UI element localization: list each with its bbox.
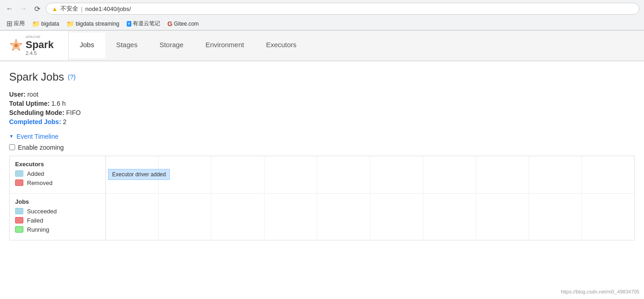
bookmark-youdao-label: 有道云笔记 xyxy=(133,20,160,27)
bookmark-youdao[interactable]: Y 有道云笔记 xyxy=(124,19,163,28)
toggle-arrow-icon: ▼ xyxy=(9,134,14,139)
jobs-legend: Jobs Succeeded Failed Running xyxy=(10,194,106,240)
legend-removed: Removed xyxy=(15,179,100,186)
added-color-box xyxy=(15,170,23,177)
browser-chrome: ← → ⟳ ▲ 不安全 | node1:4040/jobs/ ⊞ 应用 📁 bi… xyxy=(0,0,644,31)
address-bar-container: ← → ⟳ ▲ 不安全 | node1:4040/jobs/ xyxy=(0,0,644,17)
col-8 xyxy=(476,156,529,193)
bookmark-bigdata-label: bigdata xyxy=(41,21,59,27)
bookmarks-bar: ⊞ 应用 📁 bigdata 📁 bigdata streaming Y 有道云… xyxy=(0,17,644,30)
apps-grid-icon: ⊞ xyxy=(6,19,12,28)
jobs-grid xyxy=(106,194,634,239)
youdao-icon: Y xyxy=(127,21,131,27)
spark-content: Spark Jobs (?) User: root Total Uptime: … xyxy=(0,61,644,250)
scheduling-label: Scheduling Mode: xyxy=(9,109,65,116)
jobs-legend-title: Jobs xyxy=(15,198,100,205)
col-6 xyxy=(370,194,423,239)
col-7 xyxy=(423,194,476,239)
bookmark-gitee-label: Gitee.com xyxy=(174,21,199,27)
tab-executors[interactable]: Executors xyxy=(255,33,308,58)
event-timeline-label: Event Timeline xyxy=(16,133,59,140)
watermark: https://blog.csdn.net/m0_49834705 xyxy=(561,289,639,294)
event-timeline-toggle[interactable]: ▼ Event Timeline xyxy=(9,133,635,140)
address-separator: | xyxy=(81,5,82,12)
tab-stages[interactable]: Stages xyxy=(105,33,149,58)
user-row: User: root xyxy=(9,91,635,98)
col-5 xyxy=(317,194,370,239)
legend-succeeded: Succeeded xyxy=(15,208,100,215)
col-4 xyxy=(265,156,318,193)
scheduling-value-text: FIFO xyxy=(66,109,81,116)
succeeded-color-box xyxy=(15,208,23,214)
page-title: Spark Jobs (?) xyxy=(9,71,635,83)
tab-jobs[interactable]: Jobs xyxy=(69,33,105,58)
removed-color-box xyxy=(15,179,23,186)
col-10 xyxy=(582,156,634,193)
col-5 xyxy=(317,156,370,193)
page-title-text: Spark Jobs xyxy=(9,71,64,83)
running-color-box xyxy=(15,226,23,233)
executor-driver-added-event: Executor driver added xyxy=(108,169,170,180)
scheduling-row: Scheduling Mode: FIFO xyxy=(9,109,635,116)
info-table: User: root Total Uptime: 1.6 h Schedulin… xyxy=(9,91,635,125)
running-label: Running xyxy=(27,226,49,233)
address-bar[interactable]: ▲ 不安全 | node1:4040/jobs/ xyxy=(46,3,639,15)
col-7 xyxy=(423,156,476,193)
removed-label: Removed xyxy=(27,179,53,186)
legend-added: Added xyxy=(15,170,100,177)
succeeded-label: Succeeded xyxy=(27,208,57,215)
bookmark-bigdata-streaming[interactable]: 📁 bigdata streaming xyxy=(64,19,122,28)
back-button[interactable]: ← xyxy=(5,4,15,14)
executors-grid xyxy=(106,156,634,193)
spark-logo: ✭ APACHE Spark 2.4.5 xyxy=(0,31,69,60)
uptime-label: Total Uptime: xyxy=(9,100,49,107)
col-3 xyxy=(211,194,265,239)
completed-link[interactable]: Completed Jobs: xyxy=(9,118,61,125)
forward-button[interactable]: → xyxy=(18,4,28,14)
uptime-value-text: 1.6 h xyxy=(51,100,65,107)
timeline-container: Executors Added Removed xyxy=(9,156,635,240)
col-4 xyxy=(265,194,318,239)
help-link[interactable]: (?) xyxy=(68,73,76,81)
tab-environment[interactable]: Environment xyxy=(195,33,255,58)
folder-icon: 📁 xyxy=(66,20,74,27)
tab-storage[interactable]: Storage xyxy=(148,33,195,58)
security-label: 不安全 xyxy=(60,5,78,13)
completed-row: Completed Jobs: 2 xyxy=(9,118,635,125)
spark-name: Spark xyxy=(26,39,54,50)
bookmark-apps[interactable]: ⊞ 应用 xyxy=(4,18,27,29)
spark-nav: ✭ APACHE Spark 2.4.5 Jobs Stages Storage… xyxy=(0,31,644,61)
col-10 xyxy=(582,194,634,239)
address-url: node1:4040/jobs/ xyxy=(85,5,131,12)
completed-value-text: 2 xyxy=(63,118,66,125)
spark-star-icon: ✭ xyxy=(9,36,23,54)
col-8 xyxy=(476,194,529,239)
zoom-label[interactable]: Enable zooming xyxy=(18,144,64,151)
col-1 xyxy=(106,194,159,239)
col-9 xyxy=(529,156,582,193)
gitee-icon: G xyxy=(168,20,173,27)
bookmark-streaming-label: bigdata streaming xyxy=(76,21,119,27)
security-warning-icon: ▲ xyxy=(52,5,58,12)
spark-version: 2.4.5 xyxy=(26,50,37,56)
zoom-checkbox-container: Enable zooming xyxy=(9,144,635,151)
legend-failed: Failed xyxy=(15,217,100,224)
bookmark-gitee[interactable]: G Gitee.com xyxy=(165,19,202,28)
col-2 xyxy=(159,194,212,239)
bookmark-bigdata[interactable]: 📁 bigdata xyxy=(29,19,62,28)
executors-legend: Executors Added Removed xyxy=(10,156,106,193)
refresh-button[interactable]: ⟳ xyxy=(32,4,42,14)
spark-app: ✭ APACHE Spark 2.4.5 Jobs Stages Storage… xyxy=(0,31,644,296)
added-label: Added xyxy=(27,170,44,177)
executors-section: Executors Added Removed xyxy=(10,156,634,194)
zoom-checkbox[interactable] xyxy=(9,144,15,150)
failed-color-box xyxy=(15,217,23,223)
failed-label: Failed xyxy=(27,217,43,224)
legend-running: Running xyxy=(15,226,100,233)
col-6 xyxy=(370,156,423,193)
executors-legend-title: Executors xyxy=(15,161,100,168)
spark-logo-text: APACHE Spark 2.4.5 xyxy=(26,35,54,56)
bookmark-apps-label: 应用 xyxy=(14,20,25,27)
user-value-text: root xyxy=(27,91,38,98)
uptime-row: Total Uptime: 1.6 h xyxy=(9,100,635,107)
